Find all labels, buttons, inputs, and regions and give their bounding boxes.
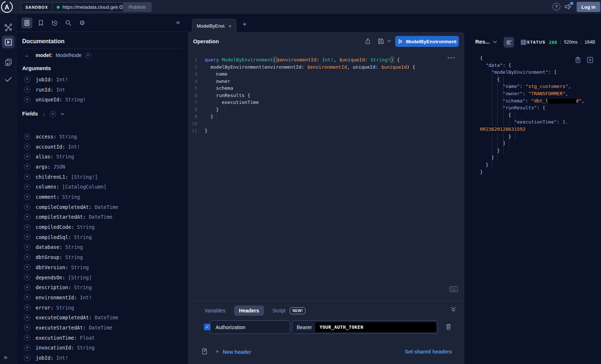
changelog-pages-icon[interactable] [2, 56, 15, 68]
announcements-megaphone-icon[interactable] [564, 3, 573, 11]
add-field-icon[interactable] [24, 355, 30, 361]
add-field-icon[interactable] [24, 284, 30, 291]
field-row[interactable]: executeStartedAt: DateTime [22, 323, 182, 333]
add-field-icon[interactable] [24, 304, 30, 311]
add-argument-icon[interactable] [24, 97, 30, 103]
field-row[interactable]: executeCompletedAt: DateTime [22, 312, 182, 323]
field-row[interactable]: dbtGroup: String [22, 252, 182, 262]
checks-icon[interactable] [2, 73, 15, 85]
operation-tab[interactable]: ModelByEnvi... [192, 19, 236, 32]
close-tab-icon[interactable] [228, 23, 232, 29]
new-header-button[interactable]: New header [215, 348, 251, 356]
edit-headers-as-text-icon[interactable] [201, 348, 208, 355]
add-all-fields-icon[interactable] [50, 111, 56, 117]
field-row[interactable]: alias: String [22, 151, 182, 162]
auth-token-value[interactable]: YOUR_AUTH_TOKEN [315, 322, 436, 332]
explorer-play-icon[interactable] [2, 36, 15, 48]
delete-header-trash-icon[interactable] [445, 323, 452, 330]
login-button[interactable]: Log in [577, 2, 600, 12]
field-row[interactable]: accountId: Int! [22, 142, 182, 152]
add-field-icon[interactable] [24, 234, 30, 240]
header-key-input[interactable] [210, 320, 290, 334]
field-row[interactable]: executionTime: Float [22, 333, 182, 343]
expand-rail-icon[interactable] [4, 353, 8, 361]
history-icon[interactable] [49, 17, 60, 28]
add-field-icon[interactable] [24, 143, 30, 150]
tab-headers[interactable]: Headers [234, 306, 264, 316]
add-field-icon[interactable] [24, 345, 30, 351]
share-icon[interactable] [364, 38, 371, 45]
field-row[interactable]: environmentId: Int! [22, 292, 182, 303]
add-field-icon[interactable] [24, 274, 30, 280]
field-row[interactable]: dependsOn: [String] [22, 272, 182, 283]
tab-variables[interactable]: Variables [205, 308, 225, 314]
argument-row[interactable]: runId: Int [22, 85, 182, 95]
apollo-logo-icon[interactable]: A [1, 1, 13, 13]
chevron-down-icon[interactable] [61, 113, 64, 115]
field-row[interactable]: comment: String [22, 192, 182, 202]
publish-button[interactable]: Publish [123, 2, 152, 12]
add-argument-icon[interactable] [24, 86, 30, 93]
add-type-icon[interactable] [85, 52, 91, 58]
save-chevron-icon[interactable] [387, 40, 391, 42]
add-field-icon[interactable] [24, 264, 30, 270]
new-tab-icon[interactable] [243, 20, 247, 29]
search-icon[interactable] [63, 17, 74, 28]
field-row[interactable]: description: String [22, 282, 182, 292]
add-field-icon[interactable] [24, 194, 30, 200]
field-row[interactable]: columns: [CatalogColumn] [22, 182, 182, 192]
run-operation-button[interactable]: ModelByEnvironment [395, 36, 459, 47]
add-field-icon[interactable] [24, 163, 30, 170]
add-field-icon[interactable] [24, 335, 30, 341]
add-field-icon[interactable] [24, 224, 30, 230]
documentation-tab-icon[interactable] [21, 17, 32, 28]
field-row[interactable]: database: String [22, 242, 182, 252]
settings-gear-icon[interactable]: ⚙ [77, 17, 88, 28]
add-field-icon[interactable] [24, 204, 30, 210]
add-field-icon[interactable] [24, 244, 30, 250]
field-row[interactable]: invocationId: String [22, 343, 182, 353]
field-row[interactable]: error: String [22, 303, 182, 313]
add-field-icon[interactable] [24, 254, 30, 260]
collapse-bottom-panel-icon[interactable] [451, 307, 456, 312]
field-row[interactable]: childrenL1: [String!] [22, 172, 182, 182]
header-value-field[interactable]: Bearer YOUR_AUTH_TOKEN [292, 320, 438, 334]
save-icon[interactable] [377, 38, 384, 45]
argument-row[interactable]: jobId: Int! [22, 74, 182, 85]
add-field-icon[interactable] [24, 324, 30, 331]
help-icon[interactable] [553, 3, 560, 11]
argument-row[interactable]: uniqueId: String! [22, 94, 182, 105]
field-row[interactable]: compiledCode: String [22, 222, 182, 232]
back-arrow-icon[interactable] [22, 52, 32, 58]
field-row[interactable]: args: JSON [22, 162, 182, 172]
field-row[interactable]: jobId: Int! [22, 353, 182, 363]
add-field-icon[interactable] [24, 174, 30, 180]
tab-script[interactable]: Script [273, 308, 286, 314]
raw-view-toggle-icon[interactable] [504, 37, 514, 48]
field-row[interactable]: access: String [22, 132, 182, 142]
add-field-icon[interactable] [24, 315, 30, 321]
response-chevron-icon[interactable] [493, 41, 497, 43]
field-row[interactable]: compiledSql: String [22, 232, 182, 242]
add-field-icon[interactable] [24, 133, 30, 139]
code-editor[interactable]: 1query ModelByEnvironment($environmentId… [188, 56, 457, 134]
field-row[interactable]: dbtVersion: String [22, 262, 182, 272]
add-field-icon[interactable] [24, 154, 30, 160]
saved-operations-bookmark-icon[interactable] [35, 17, 46, 28]
set-shared-headers-link[interactable]: Set shared headers [405, 349, 452, 355]
add-argument-icon[interactable] [24, 76, 30, 82]
header-enabled-checkbox[interactable] [204, 324, 211, 330]
add-field-icon[interactable] [24, 294, 30, 300]
field-row[interactable]: compileCompletedAt: DateTime [22, 202, 182, 212]
endpoint-bar[interactable]: SANDBOX https://metadata.cloud.getd [21, 2, 127, 12]
endpoint-url[interactable]: https://metadata.cloud.getd [63, 4, 118, 10]
breadcrumb-type[interactable]: ModelNode [56, 52, 82, 58]
collapse-docs-icon[interactable] [176, 18, 180, 26]
add-field-icon[interactable] [24, 184, 30, 190]
schema-graph-icon[interactable] [2, 21, 15, 34]
keyboard-shortcuts-icon[interactable] [449, 286, 458, 292]
field-row[interactable]: compileStartedAt: DateTime [22, 212, 182, 222]
response-title[interactable]: Res... [475, 39, 490, 45]
sort-descending-icon[interactable] [43, 111, 45, 117]
add-field-icon[interactable] [24, 214, 30, 220]
